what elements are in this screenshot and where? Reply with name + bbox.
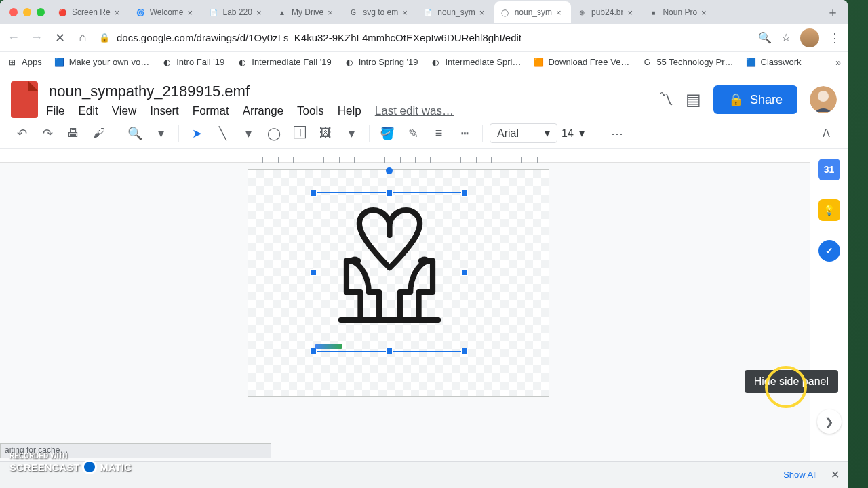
browser-tab[interactable]: 🔴Screen Re× [52, 1, 130, 23]
line-tool[interactable]: ╲ [212, 123, 233, 144]
document-title[interactable]: noun_sympathy_2189915.emf [46, 81, 650, 102]
bookmark-label: Download Free Ve… [548, 57, 629, 67]
last-edit-link[interactable]: Last edit was… [375, 104, 454, 118]
border-dash-button[interactable]: ┅ [454, 123, 475, 144]
border-color-button[interactable]: ✎ [402, 123, 424, 144]
browser-tab[interactable]: 📄Lab 220× [203, 1, 271, 23]
paint-format-button[interactable]: 🖌 [88, 123, 110, 144]
profile-avatar-small[interactable] [800, 28, 819, 47]
rotate-handle[interactable] [386, 167, 393, 174]
textbox-tool[interactable]: 🅃 [289, 123, 311, 144]
bookmark-item[interactable]: 🟧Download Free Ve… [533, 57, 629, 68]
resize-handle-tr[interactable] [461, 190, 468, 197]
menu-insert[interactable]: Insert [150, 104, 179, 118]
tab-close-button[interactable]: × [479, 7, 489, 17]
image-tool[interactable]: 🖼 [315, 123, 336, 144]
browser-tab[interactable]: ▲My Drive× [271, 1, 342, 23]
menu-tools[interactable]: Tools [297, 104, 324, 118]
url-field[interactable]: 🔒 docs.google.com/drawings/d/1Oy0zLs_K4k… [99, 32, 749, 43]
font-size-select[interactable]: 14▾ [561, 127, 602, 140]
hide-side-panel-button[interactable]: ❯ [817, 409, 842, 434]
chevron-down-icon: ▾ [545, 127, 550, 140]
zoom-dropdown[interactable]: ▾ [150, 123, 172, 144]
show-all-downloads-button[interactable]: Show All [776, 466, 824, 484]
browser-tab[interactable]: ◯noun_sym× [494, 1, 571, 23]
drawings-logo[interactable] [11, 81, 38, 118]
activity-icon[interactable]: 〽 [658, 91, 673, 108]
menu-format[interactable]: Format [193, 104, 229, 118]
menu-edit[interactable]: Edit [78, 104, 98, 118]
account-avatar[interactable] [810, 86, 837, 113]
keep-addon-icon[interactable]: 💡 [818, 199, 840, 221]
tab-close-button[interactable]: × [701, 7, 711, 17]
bookmark-star-icon[interactable]: ☆ [781, 31, 791, 44]
tab-close-button[interactable]: × [256, 7, 266, 17]
font-select[interactable]: Arial▾ [490, 123, 557, 143]
menu-arrange[interactable]: Arrange [243, 104, 283, 118]
bookmark-item[interactable]: ◐Intermediate Spri… [430, 57, 521, 68]
border-weight-button[interactable]: ≡ [428, 123, 450, 144]
resize-handle-mr[interactable] [461, 269, 468, 276]
menu-help[interactable]: Help [338, 104, 361, 118]
selection-box[interactable] [313, 192, 465, 352]
drawing-canvas[interactable] [248, 169, 549, 396]
new-tab-button[interactable]: ＋ [823, 3, 842, 22]
maximize-window-button[interactable] [37, 8, 45, 16]
comments-icon[interactable]: ▤ [686, 90, 701, 109]
shape-tool[interactable]: ◯ [263, 123, 285, 144]
more-tools-button[interactable]: ⋯ [606, 123, 628, 144]
minimize-window-button[interactable] [23, 8, 31, 16]
tab-close-button[interactable]: × [188, 7, 197, 17]
close-shelf-button[interactable]: ✕ [831, 468, 840, 481]
zoom-button[interactable]: 🔍 [124, 123, 146, 144]
tasks-addon-icon[interactable]: ✓ [818, 240, 840, 262]
bookmark-item[interactable]: G55 Technology Pr… [642, 57, 733, 68]
tab-favicon: 📄 [208, 7, 219, 18]
tab-close-button[interactable]: × [556, 7, 566, 17]
resize-handle-bm[interactable] [386, 348, 393, 354]
back-button[interactable]: ← [7, 31, 20, 45]
close-window-button[interactable] [9, 8, 18, 16]
bookmark-item[interactable]: ◐Intermediate Fall '19 [237, 57, 331, 68]
undo-button[interactable]: ↶ [11, 123, 33, 144]
collapse-toolbar-button[interactable]: ᐱ [815, 123, 837, 144]
canvas-area[interactable] [0, 149, 810, 488]
print-button[interactable]: 🖶 [62, 123, 84, 144]
browser-tab[interactable]: Gsvg to em× [342, 1, 417, 23]
image-dropdown[interactable]: ▾ [340, 123, 362, 144]
resize-handle-ml[interactable] [310, 269, 317, 276]
bookmark-item[interactable]: ⊞Apps [7, 57, 42, 68]
tab-close-button[interactable]: × [402, 7, 412, 17]
browser-tab[interactable]: 🌀Welcome× [130, 1, 203, 23]
menu-view[interactable]: View [112, 104, 137, 118]
bookmark-item[interactable]: ◐Intro Spring '19 [344, 57, 418, 68]
browser-tab[interactable]: ■Noun Pro× [642, 1, 716, 23]
fill-color-button[interactable]: 🪣 [376, 123, 398, 144]
sympathy-hands-heart-icon[interactable] [320, 193, 459, 336]
select-tool[interactable]: ➤ [186, 123, 208, 144]
tab-close-button[interactable]: × [328, 7, 337, 17]
tab-title: Noun Pro [663, 7, 697, 17]
share-button[interactable]: 🔒 Share [713, 85, 797, 114]
resize-handle-br[interactable] [461, 348, 468, 354]
bookmark-favicon: 🟦 [54, 57, 65, 68]
browser-tab[interactable]: 📄noun_sym× [417, 1, 494, 23]
calendar-addon-icon[interactable]: 31 [818, 159, 840, 180]
browser-tab[interactable]: ⊕pub24.br× [571, 1, 642, 23]
tab-close-button[interactable]: × [627, 7, 637, 17]
bookmarks-overflow-button[interactable]: » [835, 57, 841, 68]
zoom-icon[interactable]: 🔍 [758, 31, 772, 44]
browser-menu-button[interactable]: ⋮ [829, 30, 841, 45]
bookmark-item[interactable]: ◐Intro Fall '19 [161, 57, 224, 68]
resize-handle-tl[interactable] [310, 190, 317, 197]
redo-button[interactable]: ↷ [37, 123, 58, 144]
forward-button[interactable]: → [30, 31, 43, 45]
menu-file[interactable]: File [46, 104, 64, 118]
bookmark-item[interactable]: 🟦Make your own vo… [54, 57, 150, 68]
reload-button[interactable]: ✕ [53, 31, 66, 45]
line-dropdown[interactable]: ▾ [237, 123, 259, 144]
bookmarks-bar: ⊞Apps🟦Make your own vo…◐Intro Fall '19◐I… [0, 52, 848, 73]
home-button[interactable]: ⌂ [76, 31, 90, 45]
bookmark-item[interactable]: 🟦Classwork [746, 57, 802, 68]
tab-close-button[interactable]: × [115, 7, 124, 17]
